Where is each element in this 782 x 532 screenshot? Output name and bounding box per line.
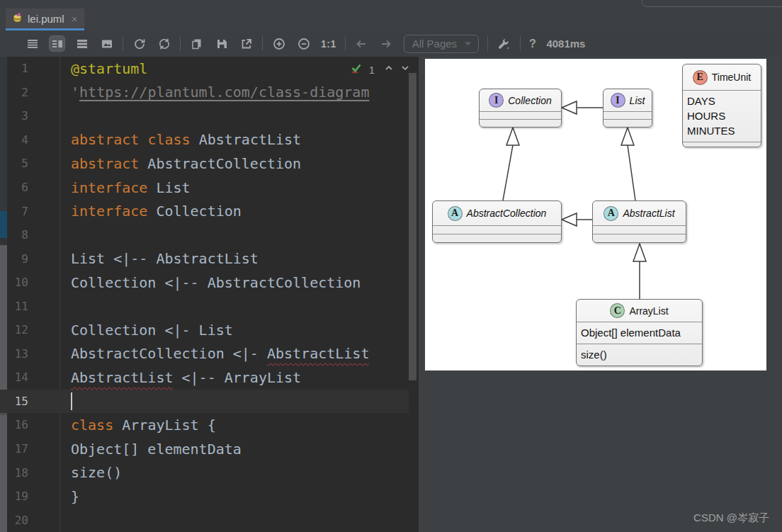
code-line-17[interactable]: 17Object[] elementData (0, 437, 409, 461)
interface-stereotype-icon: I (489, 93, 504, 108)
line-text: @startuml (71, 60, 147, 77)
uml-empty-section (604, 119, 652, 127)
code-line-3[interactable]: 3 (0, 104, 409, 128)
uml-empty-section (593, 225, 686, 234)
code-line-18[interactable]: 18size() (0, 460, 409, 485)
uml-empty-section (433, 225, 561, 234)
code-line-13[interactable]: 13AbstractCollection <|- AbstractList (0, 342, 409, 366)
line-text: size() (71, 464, 122, 481)
line-text: abstract AbstractCollection (71, 155, 301, 172)
uml-class-name: List (630, 95, 645, 106)
uml-members-section: Object[] elementData (577, 322, 702, 344)
code-line-20[interactable]: 20 (0, 508, 409, 532)
help-icon[interactable]: ? (529, 38, 536, 50)
line-number: 18 (0, 466, 28, 480)
save-diagram-icon[interactable] (214, 36, 229, 51)
image-view-icon[interactable] (99, 36, 114, 51)
editor-scrollbar[interactable] (409, 73, 416, 380)
line-text (71, 392, 72, 410)
toolbar-separator (262, 36, 263, 51)
uml-interface-collection: ICollection (479, 89, 562, 128)
code-line-5[interactable]: 5abstract AbstractCollection (0, 152, 409, 176)
tab-close-icon[interactable]: × (72, 13, 78, 24)
code-line-11[interactable]: 11 (0, 294, 409, 318)
render-time[interactable]: 4081ms (546, 38, 585, 50)
uml-class-title: CArrayList (577, 300, 702, 322)
window-top-strip (0, 0, 782, 9)
uml-class-name: AbstractCollection (467, 208, 547, 219)
code-line-19[interactable]: 19} (0, 485, 409, 509)
code-line-12[interactable]: 12Collection <|- List (0, 318, 409, 342)
tab-lei-puml[interactable]: lei.puml × (6, 9, 84, 30)
line-text: AbstractList <|-- ArrayList (71, 369, 301, 386)
code-line-16[interactable]: 16class ArrayList { (0, 413, 409, 437)
uml-class-name: AbstractList (623, 208, 674, 219)
editor-tab-bar: lei.puml × (0, 9, 782, 30)
line-number: 13 (0, 347, 28, 361)
interface-stereotype-icon: I (611, 93, 625, 108)
split-view-icon[interactable] (50, 36, 64, 51)
line-text: List <|-- AbstractList (71, 250, 259, 267)
editor-view-icon[interactable] (25, 36, 40, 51)
refresh-icon[interactable] (132, 36, 147, 51)
line-number: 2 (0, 86, 28, 99)
line-text: class ArrayList { (71, 417, 216, 434)
toolbar-separator (180, 36, 181, 51)
toolbar-separator (345, 36, 346, 51)
code-line-6[interactable]: 6interface List (0, 176, 409, 200)
line-text: Object[] elementData (71, 441, 242, 458)
uml-class-title: ICollection (480, 89, 561, 111)
text-cursor (71, 392, 72, 410)
settings-icon[interactable] (497, 36, 511, 51)
uml-class-name: Collection (508, 95, 551, 106)
code-line-8[interactable]: 8 (0, 223, 409, 247)
line-text: } (71, 488, 79, 505)
uml-class-name: ArrayList (629, 305, 668, 317)
typo-check-icon (350, 62, 363, 77)
uml-empty-section (683, 142, 761, 147)
code-line-10[interactable]: 10Collection <|-- AbstractCollection (0, 271, 409, 295)
inspection-widget[interactable]: 1 (350, 62, 410, 77)
code-line-2[interactable]: 2'https://plantuml.com/class-diagram (0, 81, 409, 105)
copy-diagram-icon[interactable] (189, 36, 204, 51)
reload-now-icon[interactable] (157, 36, 171, 51)
top-toolbar-fragment (642, 0, 782, 7)
line-text: interface Collection (71, 203, 242, 220)
code-line-9[interactable]: 9List <|-- AbstractList (0, 247, 409, 271)
code-line-7[interactable]: 7interface Collection (0, 199, 409, 223)
ide-window: lei.puml × 1:1All Pages?4081ms 1@startum… (0, 0, 782, 532)
line-number: 17 (0, 442, 28, 455)
plantuml-file-icon (12, 12, 23, 26)
back-icon[interactable] (354, 36, 369, 51)
uml-interface-list: IList (603, 89, 652, 128)
zoom-in-icon[interactable] (271, 36, 286, 51)
uml-empty-section (604, 111, 652, 119)
line-text: Collection <|- List (71, 322, 233, 339)
uml-abstract-abstractcollection: AAbstractCollection (432, 200, 562, 243)
open-external-icon[interactable] (239, 36, 254, 51)
line-number: 6 (0, 181, 28, 194)
zoom-out-icon[interactable] (296, 36, 311, 51)
line-number: 9 (0, 252, 28, 266)
prev-problem-icon[interactable] (384, 63, 394, 76)
code-lines: 1@startuml2'https://plantuml.com/class-d… (0, 57, 409, 532)
line-number: 4 (0, 133, 28, 147)
uml-empty-section (593, 234, 686, 242)
line-text: AbstractCollection <|- AbstractList (71, 345, 369, 362)
forward-icon[interactable] (379, 36, 394, 51)
line-number: 8 (0, 228, 28, 242)
pages-dropdown[interactable]: All Pages (404, 35, 479, 53)
line-number: 5 (0, 157, 28, 170)
code-line-1[interactable]: 1@startuml (0, 57, 409, 81)
code-editor-pane[interactable]: 1@startuml2'https://plantuml.com/class-d… (0, 57, 419, 532)
actual-size[interactable]: 1:1 (321, 38, 336, 50)
toolbar-separator (520, 36, 521, 51)
uml-diagram-canvas: ICollectionIListETimeUnitDAYSHOURSMINUTE… (425, 59, 766, 370)
code-line-15[interactable]: 15 (0, 390, 409, 414)
code-line-14[interactable]: 14AbstractList <|-- ArrayList (0, 366, 409, 390)
line-text: Collection <|-- AbstractCollection (71, 274, 361, 291)
problem-count: 1 (369, 64, 375, 76)
uml-members-section: size() (577, 344, 702, 366)
preview-view-icon[interactable] (74, 36, 89, 51)
code-line-4[interactable]: 4abstract class AbstractList (0, 128, 409, 152)
